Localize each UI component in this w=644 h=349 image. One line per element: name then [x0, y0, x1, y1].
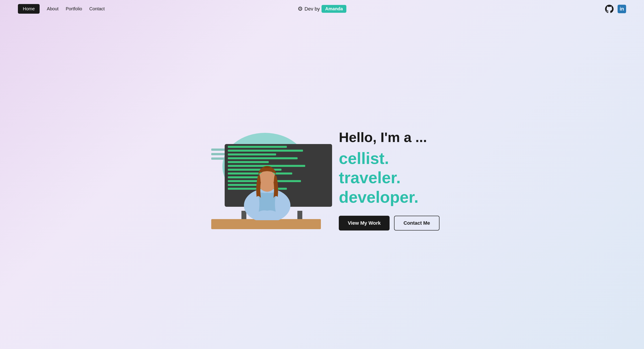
- hero-greeting: Hello, I'm a ...: [339, 129, 440, 145]
- navbar: Home About Portfolio Contact ⚙ Dev by Am…: [0, 0, 644, 18]
- hero-buttons: View My Work Contact Me: [339, 216, 440, 230]
- nav-portfolio-link[interactable]: Portfolio: [66, 6, 82, 12]
- nav-left: Home About Portfolio Contact: [18, 4, 105, 14]
- main-content: Hello, I'm a ... cellist. traveler. deve…: [0, 18, 644, 346]
- linkedin-label: in: [620, 6, 624, 12]
- view-my-work-button[interactable]: View My Work: [339, 216, 390, 230]
- nav-home-link[interactable]: Home: [18, 4, 40, 14]
- nav-contact-link[interactable]: Contact: [89, 6, 105, 12]
- svg-point-2: [258, 170, 277, 192]
- hero-text: Hello, I'm a ... cellist. traveler. deve…: [339, 129, 440, 230]
- contact-me-button[interactable]: Contact Me: [394, 216, 440, 230]
- hero-role-2: traveler.: [339, 168, 440, 187]
- hero-role-1: cellist.: [339, 149, 440, 168]
- github-icon[interactable]: [605, 5, 614, 13]
- desk-surface: [211, 219, 321, 229]
- hero-illustration: [204, 122, 321, 238]
- brand-prefix: Dev by: [304, 6, 320, 12]
- nav-about-link[interactable]: About: [47, 6, 58, 12]
- gear-icon: ⚙: [298, 5, 303, 12]
- brand-name: Amanda: [322, 5, 346, 13]
- person-illustration: [234, 144, 301, 220]
- nav-right: in: [605, 5, 626, 13]
- nav-brand: ⚙ Dev by Amanda: [298, 5, 346, 13]
- hero-role-3: developer.: [339, 187, 440, 207]
- linkedin-icon[interactable]: in: [618, 5, 626, 13]
- hero-roles: cellist. traveler. developer.: [339, 149, 440, 207]
